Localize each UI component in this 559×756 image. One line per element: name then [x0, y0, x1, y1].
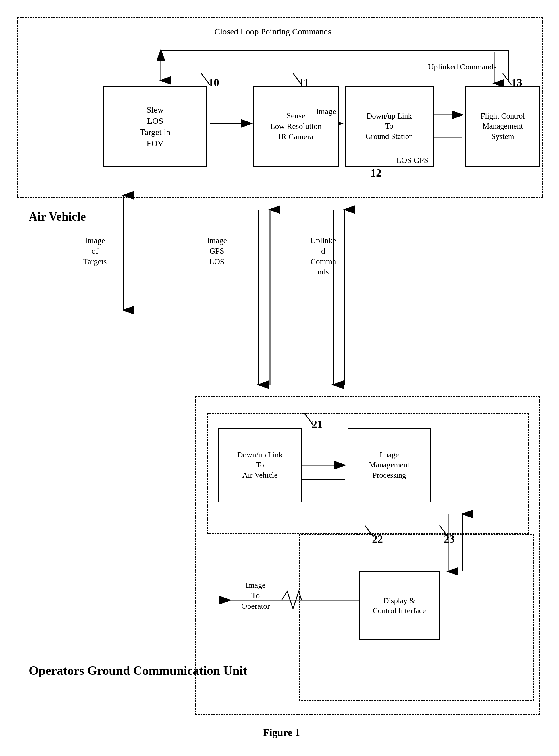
- ground-label: Operators Ground Communication Unit: [29, 663, 247, 678]
- box-11: Sense Low Resolution IR Camera: [253, 86, 339, 166]
- air-vehicle-label: Air Vehicle: [29, 210, 86, 223]
- box-13: Flight Control Management System: [465, 86, 540, 166]
- image-label-av: Image: [316, 106, 336, 117]
- los-gps-label: LOS GPS: [397, 155, 428, 165]
- box-12: Down/up Link To Ground Station: [345, 86, 434, 166]
- uplinked-commands-av: Uplinked Commands: [428, 62, 497, 72]
- closed-loop-label: Closed Loop Pointing Commands: [172, 26, 374, 37]
- box-22-number: 22: [372, 533, 383, 545]
- diagram-container: Closed Loop Pointing Commands Slew LOS T…: [0, 0, 559, 756]
- box-21-number: 21: [312, 418, 322, 430]
- box-10-number: 10: [208, 76, 219, 89]
- image-of-targets-label: Image of Targets: [83, 235, 107, 267]
- image-gps-los-label: Image GPS LOS: [207, 235, 227, 267]
- box-21: Down/up Link To Air Vehicle: [218, 428, 301, 502]
- image-management-box: Image Management Processing: [348, 428, 431, 502]
- box-23-number: 23: [444, 533, 455, 545]
- display-control-box: Display & Control Interface: [359, 571, 440, 640]
- box-13-number: 13: [511, 76, 522, 89]
- uplinked-commands-ground: Uplinke d Comma nds: [310, 235, 336, 277]
- box-10: Slew LOS Target in FOV: [104, 86, 207, 166]
- box-12-number: 12: [371, 166, 381, 179]
- box-11-number: 11: [299, 76, 309, 89]
- figure-label: Figure 1: [244, 727, 319, 738]
- image-to-operator-label: Image To Operator: [241, 580, 270, 611]
